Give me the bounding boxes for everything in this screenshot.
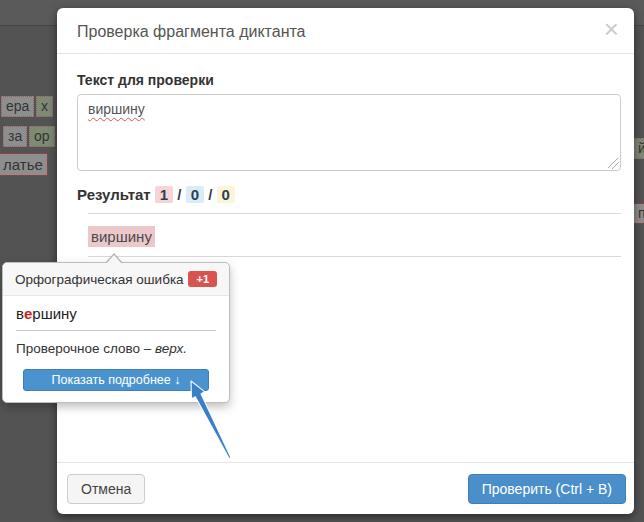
result-separator: / [208,186,212,203]
result-count-warnings: 0 [217,186,235,203]
spelling-error-popover: Орфографическая ошибка +1 вершину Провер… [2,262,230,403]
check-text-textarea[interactable]: виршину [77,94,621,171]
bg-word-chip: латье [0,153,48,176]
check-word-hint: Проверочное слово – верх. [16,341,216,356]
hint-check-word: верх. [155,341,187,356]
show-details-label: Показать подробнее [52,373,171,387]
result-separator: / [177,186,181,203]
screen: ера х за ор латье й п Проверка фрагмента… [0,0,644,522]
bg-word-chip: за [3,126,27,147]
bg-word-chip: ор [29,126,55,147]
corrected-word: вершину [16,305,216,322]
text-to-check-label: Текст для проверки [77,72,621,88]
popover-divider [16,330,216,331]
bg-word-chip: х [36,96,53,117]
hint-text: Проверочное слово – [16,341,155,356]
dialog-header: Проверка фрагмента диктанта × [57,8,634,54]
bg-word-chip: п [633,203,644,224]
bg-word-chip: й [633,138,644,159]
word-prefix: в [16,305,24,322]
result-heading: Результат 1 / 0 / 0 [77,186,621,203]
dialog-title: Проверка фрагмента диктанта [77,23,306,40]
check-fragment-dialog: Проверка фрагмента диктанта × Текст для … [57,8,634,514]
result-panel: виршину [88,213,621,257]
dialog-body: Текст для проверки виршину Результат 1 /… [57,54,634,257]
popover-body: вершину Проверочное слово – верх. Показа… [3,296,229,402]
popover-title-bar: Орфографическая ошибка +1 [3,263,229,296]
word-suffix: ршину [32,305,77,322]
result-count-info: 0 [186,186,204,203]
show-details-button[interactable]: Показать подробнее ↓ [23,369,209,391]
check-button[interactable]: Проверить (Ctrl + B) [468,474,626,504]
result-count-errors: 1 [155,186,173,203]
error-count-badge: +1 [188,271,217,287]
close-icon[interactable]: × [604,16,619,42]
result-label: Результат [77,186,151,203]
dialog-footer: Отмена Проверить (Ctrl + B) [57,462,634,514]
down-arrow-icon: ↓ [174,373,180,387]
textarea-misspelled-word: виршину [88,101,145,117]
result-word-highlight[interactable]: виршину [88,226,155,247]
popover-caret [106,255,122,264]
bg-word-chip: ера [1,96,34,117]
popover-title: Орфографическая ошибка [15,272,184,287]
cancel-button[interactable]: Отмена [67,474,145,504]
